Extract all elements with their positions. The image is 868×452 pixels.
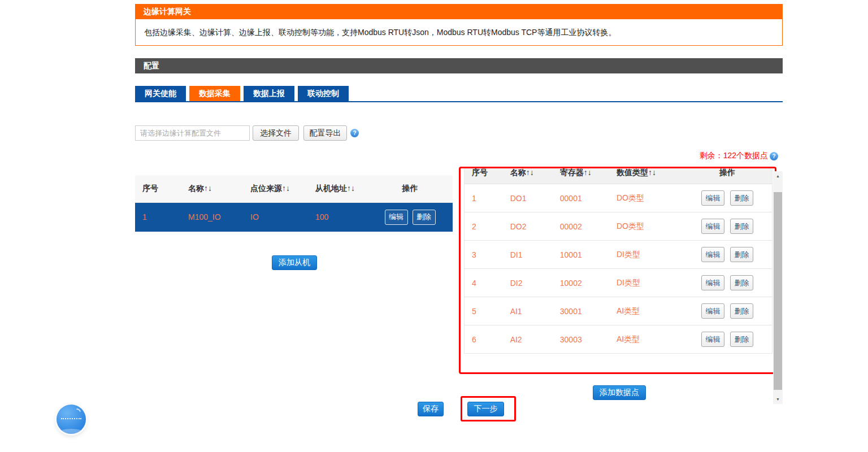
cell-name: DO2	[503, 212, 553, 241]
cell-seq: 1	[135, 202, 181, 232]
cell-type: DO类型	[609, 212, 683, 241]
cell-seq: 6	[465, 325, 503, 354]
datapoint-table-header-row: 序号名称↑↓寄存器↑↓数值类型↑↓操作	[465, 168, 772, 184]
edit-button[interactable]: 编辑	[701, 332, 724, 347]
slave-table-body: 1M100_IOIO100编辑删除	[135, 202, 453, 232]
help-icon[interactable]: ?	[350, 129, 359, 137]
edit-button[interactable]: 编辑	[701, 219, 724, 234]
edit-button[interactable]: 编辑	[701, 303, 724, 319]
header-description: 包括边缘采集、边缘计算、边缘上报、联动控制等功能，支持Modbus RTU转Js…	[135, 19, 783, 46]
edit-button[interactable]: 编辑	[701, 190, 724, 206]
cell-register: 30001	[553, 297, 609, 325]
cell-type: AI类型	[609, 297, 683, 325]
ball-arc-decoration	[72, 407, 82, 417]
column-header[interactable]: 名称↑↓	[181, 175, 243, 202]
delete-button[interactable]: 删除	[730, 303, 753, 319]
slave-table-header-row: 序号名称↑↓点位来源↑↓从机地址↑↓操作	[135, 175, 453, 202]
scrollbar-up-arrow-icon[interactable]: ▲	[773, 171, 783, 181]
scrollbar-thumb[interactable]	[774, 192, 782, 390]
column-header: 序号	[135, 175, 181, 202]
delete-button[interactable]: 删除	[413, 210, 436, 225]
quota-help-icon[interactable]: ?	[770, 152, 778, 160]
cell-actions: 编辑删除	[683, 212, 772, 241]
delete-button[interactable]: 删除	[730, 247, 753, 262]
vertical-scrollbar[interactable]: ▲ ▼	[773, 171, 783, 404]
cell-register: 10001	[553, 241, 609, 269]
cell-actions: 编辑删除	[683, 184, 772, 212]
ball-dashes-decoration	[61, 418, 81, 419]
cell-name: DO1	[503, 184, 553, 212]
choose-file-button[interactable]: 选择文件	[253, 125, 299, 141]
cell-register: 10002	[553, 269, 609, 297]
column-header: 序号	[465, 168, 503, 184]
datapoint-table-body: 1DO100001DO类型编辑删除2DO200002DO类型编辑删除3DI110…	[465, 184, 772, 354]
cell-seq: 5	[465, 297, 503, 325]
slave-table: 序号名称↑↓点位来源↑↓从机地址↑↓操作 1M100_IOIO100编辑删除	[135, 175, 453, 232]
cell-seq: 4	[465, 269, 503, 297]
delete-button[interactable]: 删除	[730, 190, 753, 206]
table-row: 5AI130001AI类型编辑删除	[465, 297, 772, 325]
cell-type: AI类型	[609, 325, 683, 354]
cell-name: DI1	[503, 241, 553, 269]
cell-actions: 编辑删除	[683, 241, 772, 269]
column-header[interactable]: 点位来源↑↓	[243, 175, 308, 202]
table-row: 3DI110001DI类型编辑删除	[465, 241, 772, 269]
datapoint-table-container: 序号名称↑↓寄存器↑↓数值类型↑↓操作 1DO100001DO类型编辑删除2DO…	[464, 168, 772, 372]
column-header: 操作	[367, 175, 453, 202]
edit-button[interactable]: 编辑	[385, 210, 408, 225]
cell-name: AI2	[503, 325, 553, 354]
table-row: 4DI210002DI类型编辑删除	[465, 269, 772, 297]
scrollbar-down-arrow-icon[interactable]: ▼	[773, 394, 783, 404]
tab-2[interactable]: 数据采集	[189, 86, 240, 101]
cell-name: AI1	[503, 297, 553, 325]
cell-type: DI类型	[609, 269, 683, 297]
export-config-button[interactable]: 配置导出	[303, 125, 347, 141]
cell-register: 30003	[553, 325, 609, 354]
tab-bar: 网关使能数据采集数据上报联动控制	[135, 86, 349, 101]
delete-button[interactable]: 删除	[730, 275, 753, 290]
cell-actions: 编辑删除	[367, 202, 453, 232]
tab-4[interactable]: 联动控制	[298, 86, 349, 101]
table-row: 2DO200002DO类型编辑删除	[465, 212, 772, 241]
tab-3[interactable]: 数据上报	[244, 86, 294, 101]
cell-register: 00002	[553, 212, 609, 241]
cell-seq: 1	[465, 184, 503, 212]
page: 边缘计算网关 包括边缘采集、边缘计算、边缘上报、联动控制等功能，支持Modbus…	[0, 0, 868, 452]
table-row: 1DO100001DO类型编辑删除	[465, 184, 772, 212]
cell-addr: 100	[308, 202, 367, 232]
column-header[interactable]: 名称↑↓	[503, 168, 553, 184]
config-file-input[interactable]	[135, 125, 250, 141]
section-title: 配置	[135, 58, 783, 73]
cell-name: DI2	[503, 269, 553, 297]
add-datapoint-button[interactable]: 添加数据点	[593, 385, 646, 400]
annotation-box-datapoint-table: 序号名称↑↓寄存器↑↓数值类型↑↓操作 1DO100001DO类型编辑删除2DO…	[459, 167, 776, 374]
cell-actions: 编辑删除	[683, 325, 772, 354]
cell-source: IO	[243, 202, 308, 232]
save-button[interactable]: 保存	[418, 402, 444, 416]
column-header: 操作	[683, 168, 772, 184]
column-header[interactable]: 寄存器↑↓	[553, 168, 609, 184]
edit-button[interactable]: 编辑	[701, 247, 724, 262]
table-row: 6AI230003AI类型编辑删除	[465, 325, 772, 354]
cell-actions: 编辑删除	[683, 269, 772, 297]
quota-text: 剩余：122个数据点	[700, 151, 768, 161]
floating-nav-ball[interactable]	[57, 405, 86, 434]
cell-actions: 编辑删除	[683, 297, 772, 325]
add-slave-button[interactable]: 添加从机	[272, 255, 317, 270]
cell-type: DO类型	[609, 184, 683, 212]
edit-button[interactable]: 编辑	[701, 275, 724, 290]
cell-name: M100_IO	[181, 202, 243, 232]
table-row[interactable]: 1M100_IOIO100编辑删除	[135, 202, 453, 232]
next-button[interactable]: 下一步	[467, 402, 504, 416]
column-header[interactable]: 数值类型↑↓	[609, 168, 683, 184]
datapoint-table: 序号名称↑↓寄存器↑↓数值类型↑↓操作 1DO100001DO类型编辑删除2DO…	[464, 168, 772, 354]
cell-type: DI类型	[609, 241, 683, 269]
delete-button[interactable]: 删除	[730, 332, 753, 347]
cell-seq: 2	[465, 212, 503, 241]
tab-1[interactable]: 网关使能	[135, 86, 186, 101]
cell-register: 00001	[553, 184, 609, 212]
cell-seq: 3	[465, 241, 503, 269]
page-title: 边缘计算网关	[135, 4, 783, 19]
delete-button[interactable]: 删除	[730, 219, 753, 234]
column-header[interactable]: 从机地址↑↓	[308, 175, 367, 202]
